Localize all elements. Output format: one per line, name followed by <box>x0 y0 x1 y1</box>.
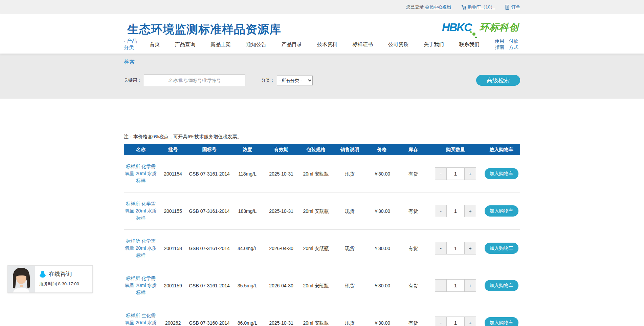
add-to-cart-button[interactable]: 加入购物车 <box>485 168 518 179</box>
search-section: 检索 关键词： 分类： --所有分类-- 高级检索 <box>0 54 644 99</box>
col-header-expiry: 有效期 <box>264 147 298 153</box>
quantity-minus-button[interactable]: - <box>435 317 447 326</box>
quantity-plus-button[interactable]: + <box>464 280 476 291</box>
qq-penguin-icon <box>39 270 46 278</box>
login-status-text: 您已登录 <box>406 4 424 10</box>
active-bullet-icon: · <box>124 38 126 44</box>
batch-cell: 200262 <box>158 320 188 326</box>
concentration-cell: 118mg/L <box>230 170 264 177</box>
add-to-cart-button[interactable]: 加入购物车 <box>485 243 518 254</box>
pack-cell: 20ml 安瓿瓶 <box>298 170 334 177</box>
nav-item-sample-certificates[interactable]: 标样证书 <box>353 41 373 48</box>
col-header-sale-note: 销售说明 <box>334 147 366 153</box>
nav-item-product-query[interactable]: 产品查询 <box>175 41 195 48</box>
stock-cell: 有货 <box>398 320 428 326</box>
nav-item-product-catalog[interactable]: 产品目录 <box>282 41 302 48</box>
col-header-add-cart: 放入购物车 <box>483 147 520 153</box>
col-header-stock: 库存 <box>398 147 428 153</box>
cart-link[interactable]: 购物车（10） <box>468 4 495 10</box>
quantity-minus-button[interactable]: - <box>435 242 447 254</box>
table-row: 标样所 生化需氧量 20ml 水质标样 200262 GSB 07-3160-2… <box>124 304 520 326</box>
orders-icon <box>504 4 510 10</box>
nav-item-technical-docs[interactable]: 技术资料 <box>317 41 337 48</box>
quantity-input[interactable] <box>447 317 464 326</box>
member-center-link[interactable]: 会员中心 <box>425 4 443 10</box>
gsb-cell: GSB 07-3161-2014 <box>188 245 230 252</box>
sale-note-cell: 现货 <box>334 170 366 177</box>
product-name-link[interactable]: 标样所 化学需氧量 20ml 水质标样 <box>125 200 157 222</box>
site-title: 生态环境监测标准样品资源库 <box>127 22 281 37</box>
orders-link[interactable]: 订单 <box>511 4 520 10</box>
gsb-cell: GSB 07-3161-2014 <box>188 208 230 215</box>
expiry-cell: 2026-04-30 <box>264 282 298 289</box>
quantity-minus-button[interactable]: - <box>435 168 447 180</box>
sale-note-cell: 现货 <box>334 245 366 252</box>
quantity-stepper: - + <box>435 279 476 292</box>
quantity-minus-button[interactable]: - <box>435 205 447 217</box>
online-service-title: 在线咨询 <box>49 270 72 278</box>
gsb-cell: GSB 07-3161-2014 <box>188 282 230 289</box>
search-section-title: 检索 <box>124 59 135 66</box>
online-service-widget[interactable]: 在线咨询 服务时间 8:30-17:00 <box>7 265 93 293</box>
nav-item-product-category[interactable]: ·产品分类 <box>124 38 138 51</box>
keyword-input[interactable] <box>144 75 245 86</box>
quantity-minus-button[interactable]: - <box>435 280 447 291</box>
guide-link[interactable]: 使用指南 <box>495 38 506 50</box>
price-cell: ￥30.00 <box>366 282 398 289</box>
product-name-link[interactable]: 标样所 化学需氧量 20ml 水质标样 <box>125 275 157 296</box>
brand-name-text: 环标科创 <box>480 21 519 34</box>
gsb-cell: GSB 07-3161-2014 <box>188 170 230 177</box>
logout-link[interactable]: 退出 <box>443 4 451 10</box>
product-name-link[interactable]: 标样所 化学需氧量 20ml 水质标样 <box>125 238 157 259</box>
product-name-link[interactable]: 标样所 生化需氧量 20ml 水质标样 <box>125 312 157 326</box>
stock-cell: 有货 <box>398 170 428 177</box>
pack-cell: 20ml 安瓿瓶 <box>298 208 334 215</box>
col-header-price: 价格 <box>366 147 398 153</box>
stock-cell: 有货 <box>398 245 428 252</box>
batch-cell: 2001158 <box>158 245 188 252</box>
nav-item-new-arrivals[interactable]: 新品上架 <box>210 41 231 48</box>
quantity-input[interactable] <box>447 168 464 180</box>
quantity-plus-button[interactable]: + <box>464 242 476 254</box>
pack-cell: 20ml 安瓿瓶 <box>298 245 334 252</box>
gsb-cell: GSB 07-3160-2014 <box>188 320 230 326</box>
price-cell: ￥30.00 <box>366 208 398 215</box>
table-row: 标样所 化学需氧量 20ml 水质标样 2001154 GSB 07-3161-… <box>124 155 520 192</box>
category-select[interactable]: --所有分类-- <box>277 76 313 85</box>
quantity-input[interactable] <box>447 242 464 254</box>
concentration-cell: 35.5mg/L <box>230 282 264 289</box>
quantity-plus-button[interactable]: + <box>464 317 476 326</box>
payment-link[interactable]: 付款方式 <box>509 38 520 50</box>
quantity-input[interactable] <box>447 280 464 291</box>
price-cell: ￥30.00 <box>366 245 398 252</box>
nav-item-announcements[interactable]: 通知公告 <box>246 41 266 48</box>
add-to-cart-button[interactable]: 加入购物车 <box>485 280 518 291</box>
product-name-link[interactable]: 标样所 化学需氧量 20ml 水质标样 <box>125 163 157 184</box>
cart-group[interactable]: 购物车（10） <box>461 4 495 10</box>
sale-note-cell: 现货 <box>334 282 366 289</box>
nav-item-company-qualifications[interactable]: 公司资质 <box>388 41 408 48</box>
add-to-cart-button[interactable]: 加入购物车 <box>485 317 518 326</box>
quantity-plus-button[interactable]: + <box>464 168 476 180</box>
nav-item-home[interactable]: 首页 <box>150 41 160 48</box>
add-to-cart-button[interactable]: 加入购物车 <box>485 205 518 217</box>
quantity-stepper: - + <box>435 242 476 254</box>
concentration-cell: 183mg/L <box>230 208 264 215</box>
quantity-input[interactable] <box>447 205 464 217</box>
site-header: 生态环境监测标准样品资源库 HBKC 环标科创 ·产品分类 首页 产品查询 新品… <box>0 14 644 54</box>
top-bar: 您已登录 会员中心退出 购物车（10） 订单 <box>0 0 644 14</box>
price-cell: ￥30.00 <box>366 170 398 177</box>
service-agent-avatar <box>8 266 35 292</box>
pack-cell: 20ml 安瓿瓶 <box>298 282 334 289</box>
nav-item-contact-us[interactable]: 联系我们 <box>459 41 480 48</box>
advanced-search-button[interactable]: 高级检索 <box>476 75 520 86</box>
batch-cell: 2001155 <box>158 208 188 215</box>
col-header-pack: 包装规格 <box>298 147 334 153</box>
batch-cell: 2001159 <box>158 282 188 289</box>
col-header-name: 名称 <box>124 147 158 153</box>
quantity-plus-button[interactable]: + <box>464 205 476 217</box>
pack-cell: 20ml 安瓿瓶 <box>298 320 334 326</box>
nav-item-about-us[interactable]: 关于我们 <box>424 41 444 48</box>
stock-cell: 有货 <box>398 282 428 289</box>
orders-group[interactable]: 订单 <box>504 4 520 10</box>
